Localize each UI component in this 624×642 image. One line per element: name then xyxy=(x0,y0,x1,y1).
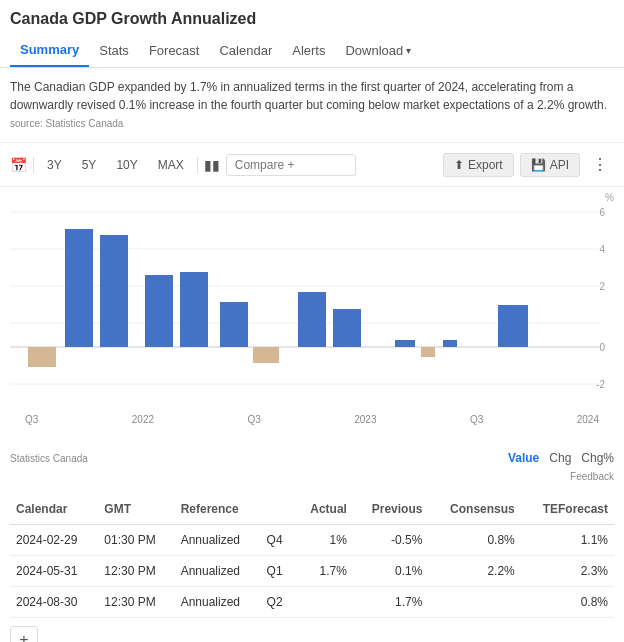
range-5y[interactable]: 5Y xyxy=(75,154,104,176)
table-header-row: Calendar GMT Reference Actual Previous C… xyxy=(10,494,614,525)
svg-rect-13 xyxy=(100,235,128,347)
compare-input[interactable] xyxy=(226,154,356,176)
svg-text:4: 4 xyxy=(599,244,605,255)
svg-rect-12 xyxy=(65,229,93,347)
more-options-button[interactable]: ⋮ xyxy=(586,151,614,178)
range-10y[interactable]: 10Y xyxy=(109,154,144,176)
td-calendar-3: 2024-08-30 xyxy=(10,587,98,618)
chart-container: % 6 4 2 0 -2 xyxy=(0,187,624,447)
tab-stats[interactable]: Stats xyxy=(89,35,139,66)
source-text: source: Statistics Canada xyxy=(10,118,123,129)
x-label-q3-2021: Q3 xyxy=(25,414,38,425)
x-labels: Q3 2022 Q3 2023 Q3 2024 xyxy=(10,414,614,425)
chart-svg: 6 4 2 0 -2 xyxy=(10,192,614,412)
chart-type-icon[interactable]: ▮▮ xyxy=(204,157,220,173)
svg-text:-2: -2 xyxy=(596,379,605,390)
tab-calendar[interactable]: Calendar xyxy=(209,35,282,66)
td-calendar-2: 2024-05-31 xyxy=(10,556,98,587)
svg-rect-19 xyxy=(333,309,361,347)
td-gmt-2: 12:30 PM xyxy=(98,556,174,587)
th-previous: Previous xyxy=(353,494,429,525)
feedback-label[interactable]: Feedback xyxy=(0,469,624,484)
upload-icon: ⬆ xyxy=(454,158,464,172)
tabs-bar: Summary Stats Forecast Calendar Alerts D… xyxy=(0,34,624,68)
dropdown-arrow-icon: ▾ xyxy=(406,45,411,56)
separator-1 xyxy=(33,157,34,173)
td-previous-1: -0.5% xyxy=(353,525,429,556)
description-text: The Canadian GDP expanded by 1.7% in ann… xyxy=(0,68,624,143)
td-period-1: Q4 xyxy=(261,525,295,556)
range-max[interactable]: MAX xyxy=(151,154,191,176)
th-consensus: Consensus xyxy=(428,494,520,525)
data-table: Calendar GMT Reference Actual Previous C… xyxy=(10,494,614,618)
td-period-3: Q2 xyxy=(261,587,295,618)
tab-forecast[interactable]: Forecast xyxy=(139,35,210,66)
th-period xyxy=(261,494,295,525)
td-gmt-1: 01:30 PM xyxy=(98,525,174,556)
value-link-chgpct[interactable]: Chg% xyxy=(581,451,614,465)
table-row: 2024-08-30 12:30 PM Annualized Q2 1.7% 0… xyxy=(10,587,614,618)
td-reference-3: Annualized xyxy=(175,587,261,618)
td-previous-3: 1.7% xyxy=(353,587,429,618)
td-actual-3 xyxy=(294,587,353,618)
download-button[interactable]: Download ▾ xyxy=(335,35,421,66)
svg-rect-22 xyxy=(443,340,457,347)
x-label-q3-2022: Q3 xyxy=(247,414,260,425)
th-reference: Reference xyxy=(175,494,261,525)
svg-rect-11 xyxy=(28,347,56,367)
th-gmt: GMT xyxy=(98,494,174,525)
svg-rect-20 xyxy=(395,340,415,347)
td-reference-1: Annualized xyxy=(175,525,261,556)
svg-rect-14 xyxy=(145,275,173,347)
td-reference-2: Annualized xyxy=(175,556,261,587)
download-label: Download xyxy=(345,43,403,58)
export-label: Export xyxy=(468,158,503,172)
svg-rect-17 xyxy=(253,347,279,363)
separator-2 xyxy=(197,157,198,173)
table-row: 2024-02-29 01:30 PM Annualized Q4 1% -0.… xyxy=(10,525,614,556)
chart-area: % 6 4 2 0 -2 xyxy=(10,192,614,412)
chart-controls: 📅 3Y 5Y 10Y MAX ▮▮ ⬆ Export 💾 API ⋮ xyxy=(0,143,624,187)
td-consensus-2: 2.2% xyxy=(428,556,520,587)
td-consensus-3 xyxy=(428,587,520,618)
td-period-2: Q1 xyxy=(261,556,295,587)
svg-text:6: 6 xyxy=(599,207,605,218)
x-label-2022: 2022 xyxy=(132,414,154,425)
svg-rect-23 xyxy=(498,305,528,347)
td-consensus-1: 0.8% xyxy=(428,525,520,556)
table-row: 2024-05-31 12:30 PM Annualized Q1 1.7% 0… xyxy=(10,556,614,587)
x-label-2023: 2023 xyxy=(354,414,376,425)
td-calendar-1: 2024-02-29 xyxy=(10,525,98,556)
value-link-value[interactable]: Value xyxy=(508,451,539,465)
svg-text:2: 2 xyxy=(599,281,605,292)
y-axis-label: % xyxy=(605,192,614,203)
api-label: API xyxy=(550,158,569,172)
add-row-button[interactable]: + xyxy=(10,626,38,642)
td-actual-2: 1.7% xyxy=(294,556,353,587)
value-links: Value Chg Chg% xyxy=(508,451,614,465)
chart-source-label: Statistics Canada xyxy=(10,453,88,464)
tab-alerts[interactable]: Alerts xyxy=(282,35,335,66)
td-teforecast-3: 0.8% xyxy=(521,587,614,618)
range-3y[interactable]: 3Y xyxy=(40,154,69,176)
value-link-chg[interactable]: Chg xyxy=(549,451,571,465)
td-teforecast-2: 2.3% xyxy=(521,556,614,587)
database-icon: 💾 xyxy=(531,158,546,172)
page-title: Canada GDP Growth Annualized xyxy=(0,0,624,34)
svg-text:0: 0 xyxy=(599,342,605,353)
th-calendar: Calendar xyxy=(10,494,98,525)
th-teforecast: TEForecast xyxy=(521,494,614,525)
svg-rect-21 xyxy=(421,347,435,357)
chart-footer: Statistics Canada Value Chg Chg% xyxy=(0,447,624,469)
calendar-icon[interactable]: 📅 xyxy=(10,157,27,173)
th-actual: Actual xyxy=(294,494,353,525)
td-teforecast-1: 1.1% xyxy=(521,525,614,556)
td-gmt-3: 12:30 PM xyxy=(98,587,174,618)
x-label-q3-2023: Q3 xyxy=(470,414,483,425)
api-button[interactable]: 💾 API xyxy=(520,153,580,177)
x-label-2024: 2024 xyxy=(577,414,599,425)
tab-summary[interactable]: Summary xyxy=(10,34,89,67)
svg-rect-18 xyxy=(298,292,326,347)
export-button[interactable]: ⬆ Export xyxy=(443,153,514,177)
td-actual-1: 1% xyxy=(294,525,353,556)
